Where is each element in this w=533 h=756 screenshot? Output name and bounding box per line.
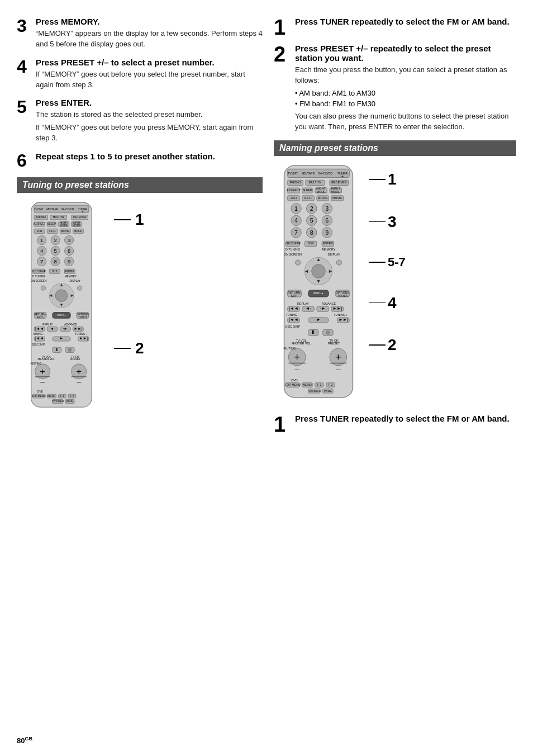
svg-text:MEMORY: MEMORY — [65, 275, 77, 278]
svg-text:ENTER: ENTER — [65, 270, 75, 272]
step-4-title: Press PRESET +/– to select a preset numb… — [36, 58, 263, 67]
svg-text:MENU: MENU — [303, 383, 312, 386]
svg-text:·MUTING: ·MUTING — [283, 347, 296, 350]
svg-text:0/10: 0/10 — [308, 242, 313, 245]
step-5-number: 5 — [17, 98, 32, 144]
svg-text:TV/VIDEO: TV/VIDEO — [307, 389, 321, 393]
svg-text:DVD: DVD — [37, 390, 44, 393]
step-6-content: Repeat steps 1 to 5 to preset another st… — [36, 152, 263, 169]
callout-line-2 — [114, 348, 131, 349]
callout-label-3r: 3 — [388, 213, 397, 231]
svg-text:PHONO: PHONO — [290, 181, 301, 184]
step-5: 5 Press ENTER. The station is stored as … — [17, 98, 263, 144]
right-step-1-number: 1 — [274, 17, 292, 38]
svg-text:TUNER: TUNER — [78, 208, 88, 211]
svg-text:REPLAY: REPLAY — [297, 302, 309, 305]
svg-text:F 2: F 2 — [329, 383, 333, 386]
svg-text:◄·: ◄· — [50, 327, 55, 330]
svg-text:►: ► — [316, 317, 321, 322]
svg-text:►: ► — [60, 336, 64, 340]
svg-text:|◄◄: |◄◄ — [35, 336, 44, 341]
svg-text:PRESET: PRESET — [328, 342, 340, 345]
tuning-section-header: Tuning to preset stations — [17, 177, 263, 193]
svg-text:OPTIONS: OPTIONS — [77, 313, 88, 316]
svg-point-6 — [82, 211, 84, 212]
svg-text:TOP MENU: TOP MENU — [32, 395, 46, 398]
right-remote-diagram: TV/SAT MD/TAPE SA-CD/CD TUNER PHONO MULT… — [274, 164, 516, 406]
right-bottom-step-number: 1 — [274, 414, 292, 435]
callout-57-right: 5-7 — [369, 255, 406, 270]
svg-text:WIDE: WIDE — [324, 389, 332, 393]
svg-text:TUNING –: TUNING – — [32, 333, 45, 336]
svg-text:INPUT: INPUT — [331, 187, 341, 190]
svg-text:4: 4 — [294, 217, 298, 224]
svg-text:MOVIE: MOVIE — [318, 196, 328, 200]
callout-4-right: 4 — [369, 294, 406, 312]
svg-text:MOVIE: MOVIE — [61, 230, 69, 233]
svg-text:REPLAY: REPLAY — [42, 323, 53, 325]
callout-line-1 — [114, 219, 131, 220]
svg-text:SLEEP: SLEEP — [302, 188, 312, 192]
svg-text:F 1: F 1 — [317, 383, 322, 386]
svg-text:|◄◄: |◄◄ — [289, 317, 298, 322]
svg-text:MODE: MODE — [317, 190, 326, 193]
svg-text:EXIT: EXIT — [291, 294, 298, 297]
page: 3 Press MEMORY. “MEMORY” appears on the … — [0, 0, 533, 756]
svg-text:MUSIC: MUSIC — [332, 196, 342, 200]
right-step-2-bullets: AM band: AM1 to AM30 FM band: FM1 to FM3… — [295, 88, 516, 110]
svg-text:7: 7 — [294, 229, 298, 236]
svg-text:DISC SKIP: DISC SKIP — [285, 325, 301, 328]
svg-text:TUNING +: TUNING + — [334, 313, 348, 316]
svg-text:⏸: ⏸ — [55, 347, 59, 352]
svg-text:MODE: MODE — [60, 224, 68, 227]
svg-text:TV/SAT: TV/SAT — [34, 208, 43, 211]
right-column: 1 Press TUNER repeatedly to select the F… — [274, 17, 516, 739]
svg-text:TOP MENU: TOP MENU — [285, 383, 301, 386]
svg-text:◄·: ◄· — [306, 306, 311, 311]
svg-text:+: + — [76, 366, 82, 376]
left-remote-image: TV/SAT MD/TAPE SA-CD/CD TUNER PHONO MULT… — [17, 201, 106, 415]
svg-text:>10 CLEAR: >10 CLEAR — [32, 270, 46, 272]
svg-text:ON SCREEN: ON SCREEN — [284, 253, 302, 256]
right-bottom-step-content: Press TUNER repeatedly to select the FM … — [295, 414, 516, 435]
svg-text:►►|: ►►| — [339, 317, 348, 322]
svg-text:⏸: ⏸ — [311, 329, 316, 335]
svg-text:NIGHT: NIGHT — [316, 187, 326, 190]
right-bottom-step-1: 1 Press TUNER repeatedly to select the F… — [274, 414, 516, 435]
svg-text:MD/TAPE: MD/TAPE — [302, 172, 315, 175]
svg-point-191 — [336, 260, 341, 265]
svg-text:A.DIRECT: A.DIRECT — [34, 223, 46, 225]
right-step-2-title: Press PRESET +/– repeatedly to select th… — [295, 44, 516, 63]
callout-line-57r — [369, 262, 386, 263]
page-number: 80GB — [17, 736, 32, 745]
right-bottom-step-title: Press TUNER repeatedly to select the FM … — [295, 414, 516, 423]
svg-text:7: 7 — [40, 258, 43, 264]
svg-text:EXIT: EXIT — [37, 316, 44, 319]
svg-text:MENU ●: MENU ● — [57, 314, 66, 316]
svg-text:4: 4 — [40, 248, 43, 254]
svg-text:2: 2 — [310, 205, 313, 212]
callout-2-left: 2 — [114, 339, 144, 357]
right-callout-labels: 1 3 5-7 4 2 — [369, 164, 406, 404]
svg-text:MASTER VOL: MASTER VOL — [38, 358, 55, 361]
svg-text:1: 1 — [40, 237, 43, 243]
svg-text:A.F.D.: A.F.D. — [49, 230, 56, 233]
svg-text:F 1: F 1 — [60, 395, 64, 398]
svg-text:|◄◄: |◄◄ — [289, 306, 298, 311]
svg-text:►: ► — [70, 293, 74, 298]
svg-text:▲: ▲ — [59, 282, 64, 287]
svg-text:◄: ◄ — [304, 268, 309, 274]
svg-text:►►|: ►►| — [74, 327, 82, 331]
svg-point-98 — [68, 348, 72, 352]
svg-text:2CH: 2CH — [37, 230, 42, 233]
svg-text:TUNING +: TUNING + — [75, 333, 88, 336]
step-6-number: 6 — [17, 152, 32, 169]
callout-line-1r — [369, 179, 386, 180]
svg-point-185 — [312, 264, 326, 278]
svg-text:▼: ▼ — [316, 279, 321, 285]
step-5-body2: If “MEMORY” goes out before you press ME… — [36, 122, 263, 144]
left-column: 3 Press MEMORY. “MEMORY” appears on the … — [17, 17, 263, 739]
right-step-1: 1 Press TUNER repeatedly to select the F… — [274, 17, 516, 38]
svg-point-60 — [55, 290, 68, 302]
svg-text:MUSIC: MUSIC — [74, 230, 83, 233]
